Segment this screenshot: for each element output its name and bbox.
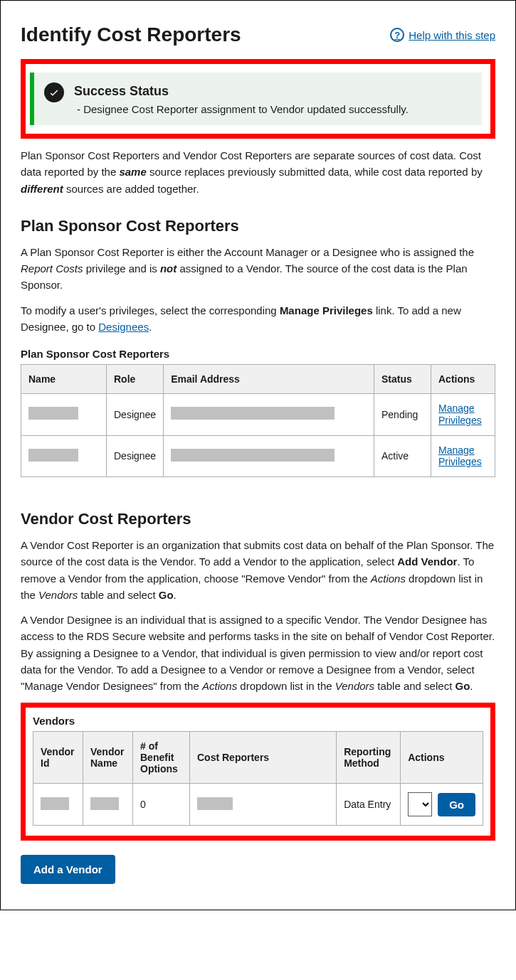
vendor-heading: Vendor Cost Reporters [21, 510, 495, 528]
redacted-reporters [197, 797, 233, 810]
col-email: Email Address [164, 365, 374, 394]
col-reporters: Cost Reporters [190, 732, 337, 784]
intro-paragraph: Plan Sponsor Cost Reporters and Vendor C… [21, 147, 495, 197]
alert-message: Designee Cost Reporter assignment to Ven… [77, 103, 409, 115]
page-title: Identify Cost Reporters [21, 23, 241, 46]
table-row: Designee Active Manage Privileges [21, 435, 495, 477]
designees-link[interactable]: Designees [98, 321, 149, 333]
go-button[interactable]: Go [438, 793, 475, 816]
col-actions: Actions [401, 732, 483, 784]
cell-status: Pending [374, 394, 431, 436]
help-link-label: Help with this step [409, 29, 495, 41]
question-icon: ? [390, 28, 404, 42]
plan-sponsor-table: Name Role Email Address Status Actions D… [21, 364, 495, 477]
table-row: 0 Data Entry Go [33, 784, 483, 826]
plan-sponsor-p2: To modify a user's privileges, select th… [21, 302, 495, 336]
col-vendor-name: Vendor Name [83, 732, 133, 784]
vendor-p2: A Vendor Designee is an individual that … [21, 612, 495, 694]
success-alert: Success Status Designee Cost Reporter as… [30, 73, 482, 125]
table-row: Designee Pending Manage Privileges [21, 394, 495, 436]
vendors-table: Vendor Id Vendor Name # of Benefit Optio… [33, 731, 483, 826]
col-benefit: # of Benefit Options [133, 732, 190, 784]
cell-benefit: 0 [133, 784, 190, 826]
plan-sponsor-table-caption: Plan Sponsor Cost Reporters [21, 348, 495, 360]
redacted-name [28, 407, 78, 420]
add-vendor-button[interactable]: Add a Vendor [21, 855, 115, 884]
vendors-highlight: Vendors Vendor Id Vendor Name # of Benef… [21, 703, 495, 841]
cell-status: Active [374, 435, 431, 477]
help-link[interactable]: ? Help with this step [390, 28, 495, 42]
redacted-vendor-name [90, 797, 119, 810]
col-actions: Actions [431, 365, 495, 394]
col-vendor-id: Vendor Id [33, 732, 83, 784]
check-icon [44, 82, 64, 102]
success-highlight: Success Status Designee Cost Reporter as… [21, 59, 495, 139]
redacted-vendor-id [41, 797, 69, 810]
cell-role: Designee [107, 435, 164, 477]
col-status: Status [374, 365, 431, 394]
col-method: Reporting Method [337, 732, 401, 784]
vendor-p1: A Vendor Cost Reporter is an organizatio… [21, 537, 495, 603]
cell-role: Designee [107, 394, 164, 436]
redacted-name [28, 449, 78, 462]
actions-select[interactable] [408, 792, 432, 816]
cell-method: Data Entry [337, 784, 401, 826]
manage-privileges-link[interactable]: Manage Privileges [438, 444, 482, 468]
alert-title: Success Status [74, 84, 409, 99]
col-role: Role [107, 365, 164, 394]
vendors-table-caption: Vendors [33, 715, 483, 727]
plan-sponsor-heading: Plan Sponsor Cost Reporters [21, 217, 495, 235]
col-name: Name [21, 365, 107, 394]
plan-sponsor-p1: A Plan Sponsor Cost Reporter is either t… [21, 244, 495, 294]
redacted-email [171, 449, 335, 462]
manage-privileges-link[interactable]: Manage Privileges [438, 403, 482, 426]
redacted-email [171, 407, 335, 420]
